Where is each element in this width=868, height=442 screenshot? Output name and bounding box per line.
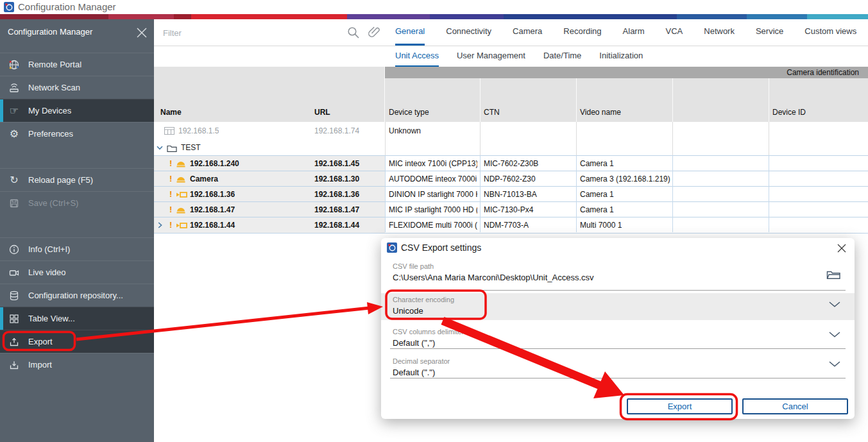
sidebar-item-label: Export [28,330,53,353]
sidebar-item-info[interactable]: Info (Ctrl+I) [0,237,154,260]
table-row[interactable]: 192.168.1.5 192.168.1.74 Unknown [154,122,868,140]
subtab-unit-access[interactable]: Unit Access [395,46,439,67]
dialog-title: CSV Export settings [401,242,481,253]
tab-network[interactable]: Network [704,19,735,46]
subtab-initialization[interactable]: Initialization [599,46,643,67]
configuration-manager-window: Configuration Manager Configuration Mana… [0,0,868,442]
pointing-hand-icon: ☞ [8,105,20,117]
warning-icon: ! [169,171,172,187]
grid-line [576,155,577,232]
table-row[interactable]: ! Camera 192.168.1.30 AUTODOME inteox 70… [154,171,868,187]
chevron-down-icon[interactable] [829,332,840,338]
grid-line [480,155,481,232]
folder-icon [167,144,177,152]
sidebar-item-label: Reload page (F5) [28,169,93,191]
tab-service[interactable]: Service [756,19,783,46]
cell-ctn: NDP-7602-Z30 [484,171,536,187]
sidebar-item-preferences[interactable]: ⚙ Preferences [0,122,154,145]
sidebar-item-label: Network Scan [28,76,80,99]
tab-vca[interactable]: VCA [666,19,683,46]
character-encoding-value[interactable]: Unicode [393,306,423,316]
csv-file-path-label: CSV file path [393,262,434,270]
sidebar-item-my-devices[interactable]: ☞ My Devices [0,99,154,122]
csv-delimiter-label: CSV columns delimiter [393,328,464,336]
paperclip-icon[interactable] [368,26,381,40]
chevron-down-icon[interactable] [829,302,840,308]
sidebar-item-import[interactable]: Import [0,353,154,376]
csv-file-path-value[interactable]: C:\Users\Ana Maria Marconi\Desktop\Unit_… [393,273,594,282]
info-icon [8,244,20,255]
tab-general[interactable]: General [395,19,425,46]
column-header-ctn[interactable]: CTN [484,108,500,117]
tab-alarm[interactable]: Alarm [623,19,645,46]
column-separator [576,78,577,122]
save-icon [8,198,20,209]
sidebar-close-icon[interactable] [136,27,148,38]
chevron-right-icon[interactable] [158,222,162,228]
window-titlebar: Configuration Manager [0,0,868,14]
dialog-close-icon[interactable] [837,243,847,253]
column-header-url[interactable]: URL [314,108,330,117]
reload-icon: ↻ [8,174,20,186]
table-row-folder[interactable]: TEST [154,140,868,155]
main-tabs: General Connectivity Camera Recording Al… [395,19,856,46]
sidebar-item-table-view[interactable]: Table View... [0,307,154,330]
column-separator [384,67,385,122]
search-icon[interactable] [346,26,361,40]
field-separator [390,290,846,291]
export-button[interactable]: Export [627,398,733,414]
app-logo-icon [4,2,14,12]
filter-input[interactable] [162,24,325,41]
window-title: Configuration Manager [18,1,116,12]
sidebar-item-label: Configuration repository... [28,284,123,307]
sidebar-item-network-scan[interactable]: Network Scan [0,76,154,99]
table-row[interactable]: ! 192.168.1.44 192.168.1.44 FLEXIDOME mu… [154,217,868,234]
box-camera-icon [176,221,187,230]
sidebar-item-export[interactable]: Export [0,330,154,353]
table-row[interactable]: ! 192.168.1.240 192.168.1.45 MIC inteox … [154,155,868,171]
column-header-video-name[interactable]: Video name [580,108,621,117]
tab-custom-views[interactable]: Custom views [804,19,856,46]
sidebar-item-reload-page[interactable]: ↻ Reload page (F5) [0,168,154,191]
table-header-name-url [154,67,385,122]
grid-line [769,155,769,232]
cell-video-name: Camera 1 [580,156,614,171]
table-row[interactable]: ! 192.168.1.36 192.168.1.36 DINION IP st… [154,186,868,202]
subtab-user-management[interactable]: User Management [457,46,525,67]
sidebar-item-label: Preferences [28,123,73,145]
grid-icon [8,313,20,325]
dome-camera-icon [176,206,186,214]
box-camera-icon [176,191,187,199]
tab-connectivity[interactable]: Connectivity [446,19,491,46]
cell-device-type: Unknown [389,123,421,139]
sidebar-item-save[interactable]: Save (Ctrl+S) [0,191,154,214]
globe-icon [8,59,20,71]
csv-export-settings-dialog: CSV Export settings CSV file path C:\Use… [381,238,855,419]
grid-line [672,155,673,232]
sidebar-item-label: Info (Ctrl+I) [28,238,70,260]
column-header-device-type[interactable]: Device type [389,108,429,117]
sidebar-header: Configuration Manager [0,19,154,46]
cell-name: 192.168.1.44 [190,217,235,233]
cancel-button[interactable]: Cancel [742,398,848,414]
sidebar: Configuration Manager Remote Portal Netw… [0,19,154,442]
cell-url: 192.168.1.45 [314,156,359,171]
column-separator [672,78,673,122]
tab-recording[interactable]: Recording [563,19,601,46]
sidebar-item-label: Import [28,353,52,376]
sidebar-item-configuration-repository[interactable]: Configuration repository... [0,284,154,307]
column-header-name[interactable]: Name [160,108,182,117]
sidebar-item-live-video[interactable]: Live video [0,260,154,284]
chevron-down-icon[interactable] [157,146,163,150]
table-row[interactable]: ! 192.168.1.47 192.168.1.47 MIC IP starl… [154,201,868,217]
chevron-down-icon[interactable] [829,361,840,368]
subtab-date-time[interactable]: Date/Time [543,46,581,67]
decimal-separator-value[interactable]: Default (".") [393,368,435,377]
browse-folder-icon[interactable] [826,269,841,280]
column-header-device-id[interactable]: Device ID [772,108,806,117]
cell-name: 192.168.1.36 [190,187,235,202]
sidebar-item-remote-portal[interactable]: Remote Portal [0,53,154,76]
csv-delimiter-value[interactable]: Default (",") [393,338,435,348]
tab-camera[interactable]: Camera [513,19,542,46]
cell-name: TEST [181,140,201,155]
